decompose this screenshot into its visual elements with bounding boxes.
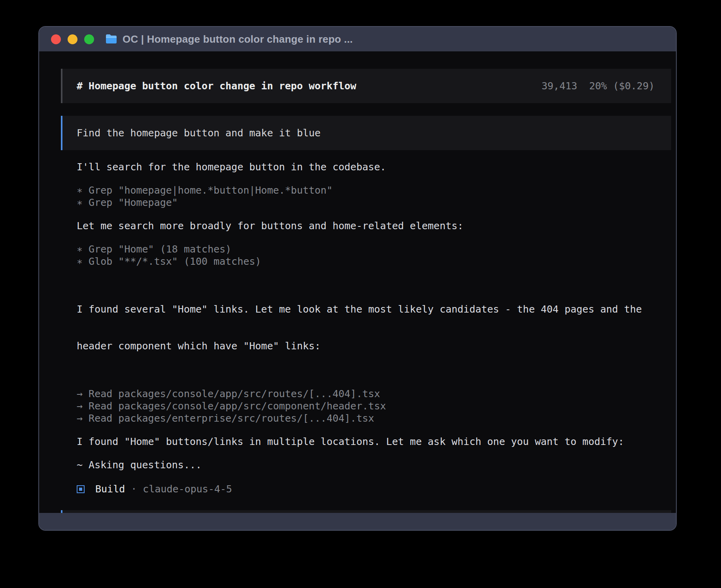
tool-call-group: → Read packages/console/app/src/routes/[… <box>77 388 652 424</box>
prompt-input[interactable]: Build Claude Opus 4.5 OpenCode Zen <box>61 510 671 513</box>
tool-call-grep: ∗ Grep "homepage|home.*button|Home.*butt… <box>77 184 652 196</box>
paragraph-line: I found several "Home" links. Let me loo… <box>77 303 652 315</box>
terminal-window: OC | Homepage button color change in rep… <box>38 26 677 531</box>
assistant-status-line: ~ Asking questions... <box>77 459 652 471</box>
assistant-paragraph: I found several "Home" links. Let me loo… <box>77 279 652 377</box>
minimize-button[interactable] <box>68 34 77 44</box>
agent-name: Build <box>95 483 125 495</box>
agent-build-icon <box>77 485 85 493</box>
tool-call-glob: ∗ Glob "**/*.tsx" (100 matches) <box>77 255 652 268</box>
tool-call-group: ∗ Grep "homepage|home.*button|Home.*butt… <box>77 184 652 209</box>
window-bottom-edge <box>39 513 676 530</box>
tool-call-grep: ∗ Grep "Homepage" <box>77 196 652 209</box>
close-button[interactable] <box>51 34 61 44</box>
desktop-background: OC | Homepage button color change in rep… <box>0 0 721 588</box>
tool-call-read: → Read packages/console/app/src/componen… <box>77 400 652 412</box>
folder-icon <box>105 34 117 44</box>
assistant-transcript: I'll search for the homepage button in t… <box>77 161 652 495</box>
paragraph-line: header component which have "Home" links… <box>77 340 652 352</box>
assistant-paragraph: Let me search more broadly for buttons a… <box>77 220 652 232</box>
maximize-button[interactable] <box>84 34 94 44</box>
agent-status-row: Build · claude-opus-4-5 <box>77 483 652 495</box>
traffic-lights <box>51 34 94 44</box>
user-message-block: Find the homepage button and make it blu… <box>61 116 671 150</box>
tool-call-read: → Read packages/enterprise/src/routes/[.… <box>77 412 652 424</box>
user-message-text: Find the homepage button and make it blu… <box>77 127 655 139</box>
assistant-paragraph: I'll search for the homepage button in t… <box>77 161 652 173</box>
tool-call-grep: ∗ Grep "Home" (18 matches) <box>77 243 652 255</box>
assistant-paragraph: I found "Home" buttons/links in multiple… <box>77 435 652 448</box>
session-metrics: 39,413 20% ($0.29) <box>542 80 655 92</box>
tool-call-group: ∗ Grep "Home" (18 matches) ∗ Glob "**/*.… <box>77 243 652 268</box>
titlebar[interactable]: OC | Homepage button color change in rep… <box>39 27 676 51</box>
terminal-content: # Homepage button color change in repo w… <box>39 51 676 513</box>
tool-call-read: → Read packages/console/app/src/routes/[… <box>77 388 652 400</box>
agent-model: claude-opus-4-5 <box>143 483 232 495</box>
session-header: # Homepage button color change in repo w… <box>61 69 671 103</box>
session-title: # Homepage button color change in repo w… <box>77 80 356 92</box>
window-title: OC | Homepage button color change in rep… <box>123 33 353 45</box>
separator-dot: · <box>131 483 137 495</box>
